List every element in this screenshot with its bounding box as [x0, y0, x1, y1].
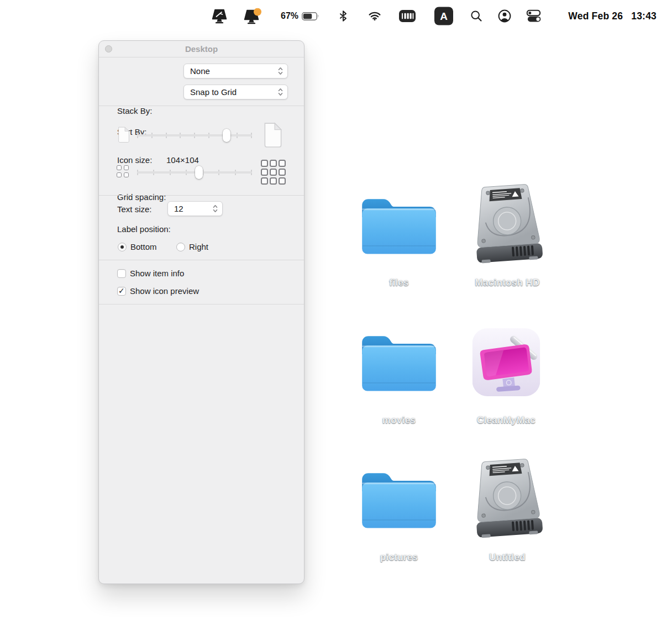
show-icon-preview-option[interactable]: ✓ Show icon preview: [117, 286, 199, 296]
large-grid-icon: [261, 160, 286, 185]
text-size-label: Text size:: [117, 204, 152, 214]
icon-size-label: Icon size:: [117, 155, 152, 165]
text-size-value: 12: [174, 204, 213, 213]
large-document-icon: [262, 122, 284, 148]
show-item-info-option[interactable]: ✓ Show item info: [117, 269, 184, 278]
sort-by-value: Snap to Grid: [190, 87, 278, 97]
chevron-up-down-icon: [213, 204, 218, 213]
section-divider: [99, 260, 304, 260]
battery-icon: [302, 12, 319, 20]
chevron-up-down-icon: [278, 67, 283, 75]
slider-track[interactable]: [137, 171, 252, 174]
section-divider: [99, 304, 304, 304]
icon-size-slider-thumb[interactable]: [223, 129, 230, 142]
wifi-icon: [369, 12, 381, 20]
checkbox-label: Show icon preview: [130, 286, 199, 296]
desktop-item-label: files: [339, 277, 459, 288]
stack-by-label: Stack By:: [117, 106, 152, 115]
menu-bar-clock[interactable]: Wed Feb 26 13:43: [568, 10, 657, 22]
user-account-icon[interactable]: [498, 9, 511, 23]
icon-size-value: 104×104: [166, 155, 199, 165]
keyboard-brightness-icon: [399, 10, 416, 23]
user-account-icon: [498, 9, 511, 23]
control-center-icon: [527, 10, 542, 23]
folder-icon: [357, 190, 442, 259]
radio-button[interactable]: [118, 243, 127, 251]
display-alert-icon: [243, 8, 262, 24]
folder-icon: [357, 327, 442, 396]
wifi-icon[interactable]: [369, 12, 381, 20]
chevron-up-down-icon: [278, 88, 283, 96]
notification-dot: [254, 8, 261, 16]
grid-spacing-label: Grid spacing:: [117, 192, 166, 202]
label-position-bottom-option[interactable]: Bottom: [118, 242, 157, 251]
desktop-item-pictures[interactable]: pictures: [347, 464, 452, 563]
desktop-item-macintosh-hd[interactable]: Macintosh HD: [455, 182, 560, 290]
text-size-select[interactable]: 12: [167, 201, 223, 216]
bluetooth-icon: [340, 10, 347, 22]
bluetooth-icon[interactable]: [340, 10, 347, 22]
desktop-item-label: movies: [339, 415, 459, 426]
stack-by-select[interactable]: None: [183, 64, 288, 78]
small-document-icon: [117, 126, 130, 143]
section-divider: [99, 195, 304, 196]
desktop-item-files[interactable]: files: [347, 190, 452, 289]
desktop-item-movies[interactable]: movies: [347, 327, 452, 426]
folder-icon: [357, 464, 442, 533]
input-source-icon[interactable]: A: [434, 7, 454, 25]
checkbox-label: Show item info: [130, 269, 184, 278]
desktop-item-untitled[interactable]: Untitled: [455, 457, 560, 565]
section-divider: [99, 106, 304, 106]
search-icon: [471, 10, 482, 22]
checkbox[interactable]: ✓: [117, 287, 126, 296]
icon-size-slider[interactable]: [137, 128, 252, 143]
input-source-icon: A: [434, 7, 454, 25]
window-title-bar: Desktop: [99, 41, 304, 57]
display-icon: [211, 9, 228, 24]
grid-spacing-slider-thumb[interactable]: [195, 166, 203, 179]
checkbox[interactable]: ✓: [117, 269, 126, 278]
control-center-icon[interactable]: [527, 10, 542, 23]
display-alert-icon[interactable]: [243, 8, 262, 24]
radio-label: Bottom: [130, 242, 157, 251]
desktop-item-cleanmymac[interactable]: CleanMyMac: [454, 328, 559, 428]
radio-label: Right: [189, 242, 208, 251]
macos-desktop: 67%: [0, 0, 672, 625]
small-grid-icon: [117, 165, 129, 177]
menu-bar: 67%: [0, 0, 672, 31]
sort-by-select[interactable]: Snap to Grid: [183, 85, 288, 99]
cleanmymac-app-icon: [473, 328, 540, 396]
battery-status[interactable]: 67%: [281, 11, 319, 21]
input-source-letter: A: [440, 10, 448, 22]
desktop-item-label: CleanMyMac: [446, 415, 566, 426]
stack-by-value: None: [190, 66, 278, 76]
desktop-item-label: Untitled: [447, 552, 568, 563]
slider-track[interactable]: [137, 134, 252, 136]
battery-percent-label: 67%: [281, 11, 298, 21]
desktop-item-label: Macintosh HD: [447, 277, 568, 288]
time-label: 13:43: [631, 10, 657, 22]
display-icon[interactable]: [211, 9, 228, 24]
hard-drive-icon: [466, 457, 549, 540]
grid-spacing-slider[interactable]: [137, 165, 252, 180]
window-title: Desktop: [99, 41, 304, 57]
label-position-right-option[interactable]: Right: [176, 242, 208, 251]
date-label: Wed Feb 26: [568, 10, 623, 22]
spotlight-search-icon[interactable]: [471, 10, 482, 22]
hard-drive-icon: [466, 182, 549, 265]
label-position-label: Label position:: [117, 224, 171, 234]
radio-button[interactable]: [176, 243, 185, 251]
keyboard-brightness-icon[interactable]: [399, 10, 416, 23]
desktop-item-label: pictures: [339, 552, 459, 563]
desktop-view-options-window: Desktop Stack By: None Sort By: Snap to …: [98, 40, 305, 584]
